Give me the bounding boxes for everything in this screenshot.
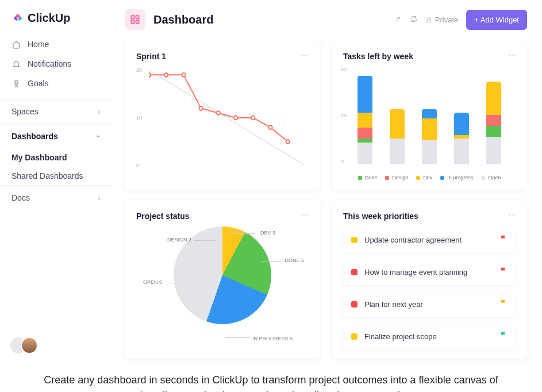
svg-point-9 (199, 106, 202, 110)
svg-rect-4 (427, 20, 430, 22)
spaces-section[interactable]: Spaces › (0, 99, 112, 124)
bell-icon (11, 59, 21, 68)
clickup-logo-icon (11, 10, 24, 25)
refresh-icon[interactable] (410, 15, 418, 25)
widget-sprint: Sprint 1 ⋯ 01020 (125, 41, 320, 190)
brand-name: ClickUp (28, 11, 70, 25)
avatar (21, 337, 38, 354)
legend-open-label: Open (488, 175, 501, 180)
tasks-chart: 02550 (343, 67, 516, 164)
priority-label: Plan for next year (364, 300, 493, 309)
sidebar-item-my-dashboard[interactable]: My Dashboard (0, 148, 112, 167)
tasks-legend: Done Design Dev In progress Open (343, 175, 516, 180)
widget-status-title: Project status (136, 212, 309, 221)
sidebar-item-shared-dashboards[interactable]: Shared Dashboards (0, 167, 112, 185)
docs-label: Docs (11, 193, 30, 202)
svg-rect-0 (131, 16, 134, 18)
widget-project-status: Project status ⋯ DESIGN 2 DEV 3 DONE 5 I… (125, 201, 320, 359)
trophy-icon (11, 79, 21, 88)
svg-point-13 (268, 125, 272, 129)
priority-item[interactable]: How to manage event planning (343, 259, 516, 285)
priority-item[interactable]: Update contractor agreement (343, 226, 516, 253)
widget-priorities-title: This week priorities (343, 212, 516, 221)
chevron-down-icon: › (95, 135, 104, 138)
sprint-chart: 01020 (136, 67, 309, 176)
bar (422, 109, 437, 164)
dashboard-icon (125, 9, 145, 30)
privacy-indicator[interactable]: Private (426, 16, 458, 24)
priority-status-icon (351, 301, 358, 308)
priority-status-icon (351, 333, 358, 340)
svg-rect-2 (131, 21, 134, 24)
bar (486, 82, 501, 164)
legend-item-open: Open (481, 175, 501, 180)
pie-label-design: DESIGN 2 (167, 237, 191, 243)
app-root: ClickUp Home Notifications Goals Spaces … (0, 0, 542, 360)
expand-icon[interactable] (394, 15, 402, 25)
docs-section[interactable]: Docs › (0, 185, 112, 210)
widget-tasks: Tasks left by week ⋯ 02550 Done Design D… (332, 41, 527, 190)
flag-icon[interactable] (499, 331, 508, 341)
legend-item-dev: Dev (416, 175, 432, 180)
svg-point-8 (182, 73, 185, 77)
flag-icon[interactable] (499, 235, 508, 245)
widget-menu-icon[interactable]: ⋯ (508, 210, 517, 220)
legend-item-design: Design (385, 175, 408, 180)
svg-point-11 (234, 116, 237, 120)
priority-label: Update contractor agreement (364, 236, 493, 244)
svg-point-14 (286, 140, 290, 144)
widget-sprint-title: Sprint 1 (136, 52, 309, 61)
nav-goals[interactable]: Goals (0, 74, 112, 93)
legend-dev-label: Dev (423, 175, 432, 180)
priority-status-icon (351, 237, 358, 243)
nav-goals-label: Goals (28, 79, 49, 88)
chevron-right-icon: › (98, 107, 101, 116)
page-title: Dashboard (153, 13, 386, 26)
nav-notifications[interactable]: Notifications (0, 54, 112, 74)
dashboards-label: Dashboards (11, 132, 58, 141)
spaces-label: Spaces (11, 107, 39, 116)
svg-point-12 (251, 116, 255, 120)
priority-label: How to manage event planning (364, 268, 493, 276)
status-pie: DESIGN 2 DEV 3 DONE 5 IN PROGRESS 5 OPEN… (136, 226, 309, 341)
header-actions: Private + Add Widget (394, 10, 527, 30)
priority-label: Finalize project scope (364, 332, 493, 341)
widget-grid: Sprint 1 ⋯ 01020 Tasks left by week (125, 41, 527, 359)
privacy-label: Private (435, 16, 458, 24)
priority-item[interactable]: Plan for next year (343, 291, 516, 317)
pie-label-in-progress: IN PROGRESS 5 (252, 336, 293, 341)
header: Dashboard Private + Add Widget (125, 9, 527, 30)
nav-home-label: Home (28, 40, 49, 49)
bar (390, 109, 405, 164)
bar (358, 76, 372, 164)
legend-inprogress-label: In progress (447, 175, 473, 180)
nav-home[interactable]: Home (0, 34, 112, 54)
bar (454, 113, 469, 164)
widget-menu-icon[interactable]: ⋯ (508, 51, 517, 60)
legend-item-done: Done (358, 175, 378, 180)
legend-design-label: Design (392, 175, 408, 180)
flag-icon[interactable] (499, 299, 508, 309)
widget-priorities: This week priorities ⋯ Update contractor… (332, 201, 527, 359)
chevron-right-icon: › (98, 193, 101, 202)
widget-menu-icon[interactable]: ⋯ (301, 51, 310, 60)
widget-tasks-title: Tasks left by week (343, 52, 516, 61)
priority-item[interactable]: Finalize project scope (343, 323, 516, 349)
dashboards-section[interactable]: Dashboards › (0, 124, 112, 148)
legend-done-label: Done (365, 175, 378, 180)
svg-rect-3 (136, 21, 139, 24)
add-widget-button[interactable]: + Add Widget (466, 10, 527, 30)
user-avatars[interactable] (0, 210, 112, 354)
svg-line-5 (149, 70, 305, 166)
legend-item-in-progress: In progress (440, 175, 473, 180)
svg-point-6 (149, 73, 151, 77)
pie-label-open: OPEN 6 (143, 279, 162, 285)
flag-icon[interactable] (499, 267, 508, 277)
priority-status-icon (351, 269, 358, 275)
page-caption: Create any dashboard in seconds in Click… (0, 360, 542, 392)
home-icon (11, 40, 21, 49)
logo[interactable]: ClickUp (0, 10, 112, 34)
sidebar: ClickUp Home Notifications Goals Spaces … (0, 0, 112, 360)
widget-menu-icon[interactable]: ⋯ (301, 210, 310, 220)
pie-label-done: DONE 5 (285, 258, 304, 263)
